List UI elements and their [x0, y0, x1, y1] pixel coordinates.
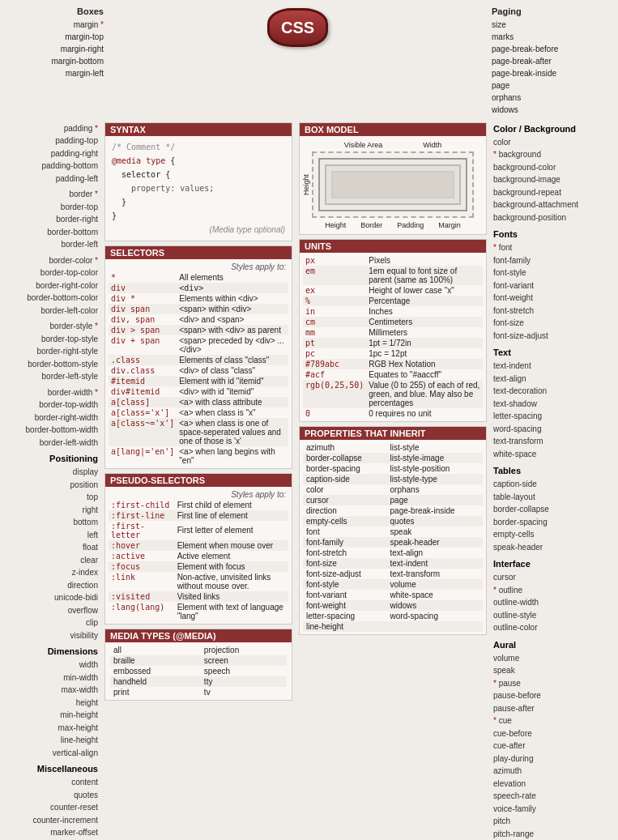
units-header: UNITS: [300, 240, 486, 253]
table-row: line-height: [303, 621, 483, 632]
media-types-header: MEDIA TYPES (@media): [105, 629, 292, 642]
table-row: mm Millimeters: [303, 327, 483, 338]
table-row: ex Height of lower case "x": [303, 285, 483, 296]
pseudo-table: :first-child First child of element :fir…: [109, 500, 288, 621]
table-row: % Percentage: [303, 296, 483, 306]
inherit-header: PROPERTIES THAT INHERIT: [300, 427, 486, 440]
table-row: a[class] <a> with class attribute: [109, 397, 288, 407]
box-model-header: BOX MODEL: [300, 123, 486, 136]
table-row: empty-cells quotes: [303, 516, 483, 527]
box-model-body: Visible Area Width H: [300, 136, 486, 234]
aural-title: Aural: [493, 638, 589, 652]
table-row: pt 1pt = 1/72in: [303, 338, 483, 348]
table-row: :visited Visited links: [109, 591, 288, 602]
middle-right: BOX MODEL Visible Area Width: [296, 119, 490, 841]
pseudo-body: Styles apply to: :first-child First chil…: [105, 487, 292, 624]
selectors-panel: SELECTORS Styles apply to: * All element…: [104, 245, 292, 469]
table-row: px Pixels: [303, 255, 483, 266]
table-row: color orphans: [303, 484, 483, 495]
color-title: Color / Background: [493, 122, 589, 136]
inherit-table: azimuth list-style border-collapse list-…: [303, 442, 483, 632]
table-row: :first-letter First letter of element: [109, 521, 288, 540]
table-row: cursor page: [303, 495, 483, 505]
table-row: div <div>: [109, 283, 288, 293]
table-row: font-style volume: [303, 579, 483, 590]
table-row: rgb(0,25,50) Value (0 to 255) of each of…: [303, 380, 483, 408]
pseudo-header: PSEUDO-SELECTORS: [105, 474, 292, 487]
table-row: a[class='x'] <a> when class is "x": [109, 407, 288, 418]
misc-title: Miscellaneous: [6, 762, 98, 776]
units-body: px Pixels em 1em equal to font size of p…: [300, 253, 486, 421]
right-header: Paging size marks page-break-before page…: [492, 5, 589, 116]
left-sidebar: padding * padding-top padding-right padd…: [0, 119, 101, 841]
positioning-title: Positioning: [6, 452, 98, 466]
box-content: [331, 171, 454, 198]
table-row: embossed speech: [110, 666, 287, 676]
table-row: a[class~='x'] <a> when class is one of s…: [109, 418, 288, 446]
media-table: all projection braille screen embossed s…: [110, 645, 287, 697]
table-row: div span <span> within <div>: [109, 304, 288, 314]
margin-right: margin-right: [6, 43, 104, 55]
selectors-body: Styles apply to: * All elements div <div…: [105, 259, 292, 468]
media-types-body: all projection braille screen embossed s…: [105, 642, 292, 700]
margin-star: margin *: [6, 19, 104, 31]
table-row: print tv: [110, 687, 287, 697]
aural-section: Aural volume speak * pause pause-before …: [493, 638, 589, 840]
table-row: azimuth list-style: [303, 442, 483, 453]
table-row: div.class <div> of class "class": [109, 365, 288, 376]
table-row: direction page-break-inside: [303, 505, 483, 516]
box-model-panel: BOX MODEL Visible Area Width: [299, 122, 487, 235]
table-row: div#itemid <div> with id "itemid": [109, 386, 288, 397]
table-row: #itemid Element with id "itemid": [109, 376, 288, 386]
table-row: font-stretch text-align: [303, 548, 483, 558]
table-row: a[lang|='en'] <a> when lang begins with …: [109, 446, 288, 466]
inherit-panel: PROPERTIES THAT INHERIT azimuth list-sty…: [299, 426, 487, 635]
table-row: :focus Element with focus: [109, 561, 288, 572]
fonts-title: Fonts: [493, 228, 589, 241]
margin-top: margin-top: [6, 31, 104, 43]
css-logo: CSS: [267, 8, 328, 47]
table-row: letter-spacing word-spacing: [303, 611, 483, 621]
pseudo-panel: PSEUDO-SELECTORS Styles apply to: :first…: [104, 473, 292, 625]
table-row: em 1em equal to font size of parent (sam…: [303, 266, 483, 285]
boxes-title: Boxes: [6, 5, 104, 19]
units-table: px Pixels em 1em equal to font size of p…: [303, 255, 483, 419]
units-panel: UNITS px Pixels em 1em equal to font siz…: [299, 239, 487, 422]
syntax-header: SYNTAX: [105, 123, 292, 136]
color-section: Color / Background color * background ba…: [493, 122, 589, 224]
table-row: div, span <div> and <span>: [109, 314, 288, 325]
table-row: .class Elements of class "class": [109, 355, 288, 365]
margin-left: margin-left: [6, 67, 104, 79]
selectors-header: SELECTORS: [105, 246, 292, 259]
table-row: :link Non-active, unvisited links withou…: [109, 572, 288, 591]
table-row: border-collapse list-style-image: [303, 453, 483, 463]
text-section: Text text-indent text-align text-decorat…: [493, 346, 589, 460]
table-row: :active Active element: [109, 551, 288, 561]
table-row: braille screen: [110, 655, 287, 666]
table-row: div * Elements within <div>: [109, 293, 288, 304]
table-row: font-family speak-header: [303, 537, 483, 548]
middle-left: SYNTAX /* Comment */ @media type { selec…: [101, 119, 296, 841]
interface-title: Interface: [493, 557, 589, 571]
box-bottom-labels: Height Border Padding Margin: [325, 221, 461, 229]
syntax-panel: SYNTAX /* Comment */ @media type { selec…: [104, 122, 292, 241]
table-row: #acf Equates to "#aaccff": [303, 369, 483, 380]
logo-area: CSS: [267, 5, 328, 47]
table-row: :first-child First child of element: [109, 500, 288, 510]
table-row: :first-line First line of element: [109, 510, 288, 521]
inherit-body: azimuth list-style border-collapse list-…: [300, 440, 486, 634]
table-row: font-size text-indent: [303, 558, 483, 569]
syntax-body: /* Comment */ @media type { selector { p…: [105, 136, 292, 241]
box-padding: [325, 164, 461, 205]
box-border: [318, 158, 467, 211]
table-row: font-weight widows: [303, 600, 483, 611]
table-row: handheld tty: [110, 676, 287, 687]
margin-bottom: margin-bottom: [6, 55, 104, 67]
selectors-table: * All elements div <div> div * Elements …: [109, 272, 288, 466]
table-row: all projection: [110, 645, 287, 655]
dimensions-title: Dimensions: [6, 645, 98, 659]
table-row: caption-side list-style-type: [303, 474, 483, 484]
text-title: Text: [493, 346, 589, 360]
table-row: font-variant white-space: [303, 590, 483, 600]
table-row: :hover Element when mouse over: [109, 540, 288, 551]
